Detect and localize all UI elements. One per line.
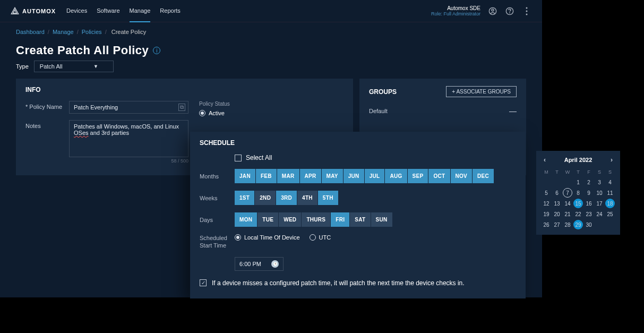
month-chip[interactable]: DEC (473, 169, 494, 183)
month-chip[interactable]: JAN (235, 169, 256, 183)
cal-day[interactable]: 25 (605, 209, 615, 219)
radio-on-icon (199, 110, 205, 116)
cal-day[interactable]: 5 (542, 188, 551, 198)
associate-groups-button[interactable]: + ASSOCIATE GROUPS (446, 86, 517, 97)
day-chip[interactable]: FRI (331, 212, 350, 227)
month-chip[interactable]: JUL (365, 169, 385, 183)
cal-day[interactable]: 20 (552, 209, 562, 219)
notes-input[interactable]: Patches all Windows, macOS, and Linux OS… (69, 120, 188, 157)
cal-day[interactable]: 2 (584, 177, 594, 187)
cal-day[interactable]: 11 (605, 188, 615, 198)
cal-day[interactable]: 30 (584, 220, 594, 229)
breadcrumb-link[interactable]: Manage (53, 29, 74, 35)
more-icon[interactable] (522, 6, 531, 16)
cal-dow: T (573, 168, 583, 176)
cal-day[interactable]: 17 (595, 199, 604, 208)
week-chip[interactable]: 5TH (318, 191, 338, 205)
remove-group-icon[interactable]: — (509, 107, 517, 115)
cal-dow: M (542, 168, 551, 176)
week-chip[interactable]: 4TH (297, 191, 318, 205)
breadcrumb-current: Create Policy (111, 29, 146, 35)
cal-day[interactable]: 26 (542, 220, 551, 229)
info-icon[interactable]: i (153, 47, 160, 54)
status-active-radio[interactable]: Active (199, 110, 230, 116)
cal-day[interactable]: 19 (542, 209, 551, 219)
select-all-label: Select All (246, 154, 272, 161)
cal-day[interactable]: 15 (573, 199, 583, 208)
month-chip[interactable]: AUG (385, 169, 407, 183)
user-icon[interactable] (488, 6, 497, 16)
cal-day[interactable]: 22 (573, 209, 583, 219)
day-chip[interactable]: SAT (350, 212, 371, 227)
account-info: Automox SDE Role: Full Administrator (431, 5, 480, 16)
day-chip[interactable]: MON (235, 212, 257, 227)
week-chip[interactable]: 3RD (276, 191, 297, 205)
type-select[interactable]: Patch All ▼ (34, 61, 114, 72)
svg-point-3 (510, 13, 510, 13)
calendar-popup: ‹ April 2022 › MTWTFSS123456789101112131… (536, 151, 620, 235)
month-chip[interactable]: APR (300, 169, 322, 183)
cal-day[interactable]: 10 (595, 188, 604, 198)
cal-day[interactable]: 24 (595, 209, 604, 219)
select-all-row[interactable]: Select All (235, 154, 516, 161)
policy-name-input[interactable] (69, 101, 188, 114)
groups-heading: GROUPS (369, 88, 397, 96)
logo-icon (11, 7, 19, 15)
cal-day[interactable]: 9 (584, 188, 594, 198)
status-label: Policy Status (199, 101, 230, 107)
input-edit-icon[interactable]: ⧉ (178, 104, 185, 111)
cal-day[interactable]: 8 (573, 188, 583, 198)
schedule-card: SCHEDULE Select All Months JANFEBMARAPRM… (190, 132, 526, 298)
cal-day[interactable]: 29 (573, 220, 583, 229)
checkbox-empty-icon (235, 155, 242, 161)
cal-day[interactable]: 27 (552, 220, 562, 229)
tz-utc-radio[interactable]: UTC (310, 234, 331, 241)
cal-day[interactable]: 6 (552, 188, 562, 198)
month-chip[interactable]: NOV (451, 169, 473, 183)
day-chip[interactable]: SUN (371, 212, 392, 227)
tz-local-radio[interactable]: Local Time Of Device (235, 234, 300, 241)
cal-day[interactable]: 7 (563, 188, 572, 198)
cal-day[interactable]: 14 (563, 199, 572, 208)
month-chip[interactable]: FEB (256, 169, 277, 183)
next-month-button[interactable]: › (608, 156, 615, 164)
help-icon[interactable] (505, 6, 514, 16)
info-heading: INFO (25, 86, 344, 93)
nav-tab-devices[interactable]: Devices (66, 0, 87, 22)
nav-tab-manage[interactable]: Manage (130, 0, 151, 22)
brand-logo: AUTOMOX (11, 7, 56, 15)
week-chip[interactable]: 1ST (235, 191, 255, 205)
cal-day[interactable]: 16 (584, 199, 594, 208)
type-value: Patch All (40, 63, 63, 70)
prev-month-button[interactable]: ‹ (542, 156, 548, 164)
start-time-input[interactable]: 6:00 PM 🕒 (235, 257, 284, 271)
day-chip[interactable]: TUE (257, 212, 279, 227)
cal-day[interactable]: 1 (573, 177, 583, 187)
nav-tab-reports[interactable]: Reports (160, 0, 181, 22)
cal-day[interactable]: 3 (595, 177, 604, 187)
cal-day[interactable]: 18 (605, 199, 615, 208)
day-chip[interactable]: THURS (302, 212, 331, 227)
cal-day[interactable]: 21 (563, 209, 572, 219)
nav-tab-software[interactable]: Software (97, 0, 119, 22)
breadcrumb-link[interactable]: Policies (82, 29, 102, 35)
cal-day[interactable]: 23 (584, 209, 594, 219)
chevron-down-icon: ▼ (93, 64, 98, 69)
month-chip[interactable]: SEP (408, 169, 429, 183)
top-nav: AUTOMOX DevicesSoftwareManageReports Aut… (0, 0, 542, 22)
cal-day[interactable]: 12 (542, 199, 551, 208)
month-chip[interactable]: MAR (277, 169, 300, 183)
cal-day[interactable]: 4 (605, 177, 615, 187)
month-chip[interactable]: JUN (344, 169, 365, 183)
day-chip[interactable]: WED (279, 212, 302, 227)
group-item: Default — (369, 105, 517, 117)
cal-day[interactable]: 13 (552, 199, 562, 208)
radio-off-icon (310, 234, 316, 241)
brand-text: AUTOMOX (22, 8, 56, 14)
week-chip[interactable]: 2ND (255, 191, 276, 205)
checkbox-checked-icon[interactable] (200, 279, 207, 286)
cal-day[interactable]: 28 (563, 220, 572, 229)
month-chip[interactable]: MAY (322, 169, 344, 183)
month-chip[interactable]: OCT (428, 169, 450, 183)
breadcrumb-link[interactable]: Dashboard (16, 29, 45, 35)
